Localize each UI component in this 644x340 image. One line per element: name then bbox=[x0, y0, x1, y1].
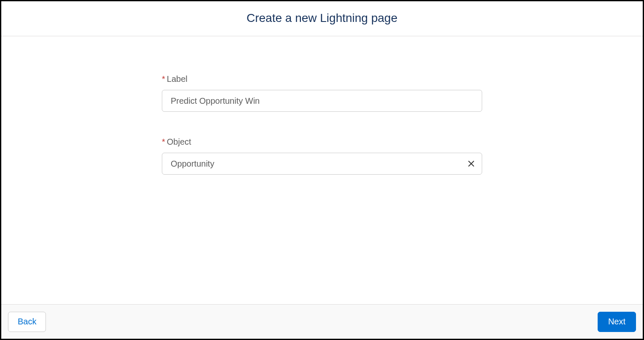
required-asterisk: * bbox=[162, 74, 165, 84]
clear-object-button[interactable] bbox=[465, 158, 477, 170]
object-text: Object bbox=[167, 137, 191, 146]
label-form-group: *Label bbox=[162, 74, 482, 112]
required-asterisk: * bbox=[162, 137, 165, 146]
object-input[interactable] bbox=[162, 153, 482, 175]
object-field-label: *Object bbox=[162, 137, 482, 147]
modal-header: Create a new Lightning page bbox=[1, 1, 643, 36]
label-input[interactable] bbox=[162, 90, 482, 112]
back-button[interactable]: Back bbox=[8, 312, 46, 332]
modal-footer: Back Next bbox=[1, 304, 643, 339]
close-icon bbox=[467, 159, 475, 168]
object-combo-wrapper bbox=[162, 153, 482, 175]
object-form-group: *Object bbox=[162, 137, 482, 175]
form-container: *Label *Object bbox=[162, 74, 482, 304]
label-text: Label bbox=[167, 74, 188, 84]
next-button[interactable]: Next bbox=[598, 312, 636, 332]
label-field-label: *Label bbox=[162, 74, 482, 84]
page-title: Create a new Lightning page bbox=[1, 11, 643, 25]
modal-content: *Label *Object bbox=[1, 36, 643, 304]
